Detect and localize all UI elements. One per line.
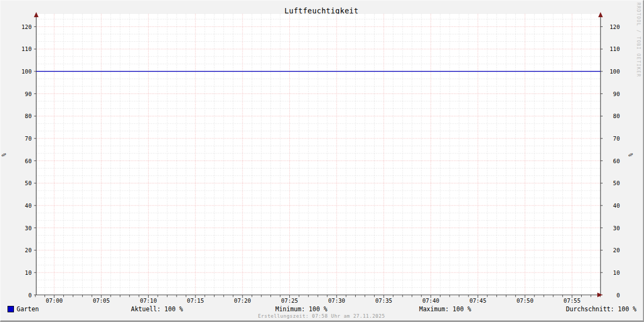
y-axis-label-right: 10	[607, 269, 620, 276]
legend-row: Garten Aktuell: 100 % Minimum: 100 % Max…	[1, 305, 644, 313]
y-axis-label-right: 70	[607, 135, 620, 142]
y-axis-label-left: 60	[1, 158, 32, 164]
y-axis-label-left: 30	[1, 225, 32, 231]
x-axis-label: 07:15	[179, 297, 211, 304]
y-axis-unit-right: %	[628, 153, 634, 156]
chart-title: Luftfeuchtigkeit	[1, 6, 642, 15]
y-axis-label-right: 80	[607, 113, 620, 119]
y-axis-label-left: 20	[1, 247, 32, 253]
x-axis-label: 07:30	[320, 297, 353, 304]
x-axis-label: 07:25	[274, 297, 306, 304]
series-label: Garten	[17, 305, 39, 313]
y-axis-label-left: 120	[1, 24, 32, 30]
plot-area	[1, 1, 644, 322]
y-axis-label-left: 70	[1, 135, 32, 142]
rrdtool-graph: Luftfeuchtigkeit RRDTOOL / TOBI OETIKER …	[0, 0, 644, 322]
x-axis-label: 07:05	[85, 297, 118, 304]
y-axis-label-right: 20	[607, 247, 620, 253]
series-color-swatch	[8, 306, 14, 312]
y-axis-label-left: 10	[1, 269, 32, 276]
y-axis-label-left: 40	[1, 202, 32, 209]
rrdtool-watermark: RRDTOOL / TOBI OETIKER	[636, 3, 641, 77]
x-axis-label: 07:35	[368, 297, 400, 304]
chart-canvas	[1, 1, 644, 322]
y-axis-label-right: 90	[607, 91, 620, 97]
y-axis-label-left: 90	[1, 91, 32, 97]
y-axis-label-right: 30	[607, 225, 620, 231]
x-axis-label: 07:50	[509, 297, 541, 304]
y-axis-label-right: 110	[607, 46, 620, 52]
x-axis-label: 07:00	[38, 297, 70, 304]
x-axis-label: 07:40	[415, 297, 447, 304]
axis-labels: 0010102020303040405050606070708080909010…	[1, 1, 644, 322]
y-axis-label-right: 50	[607, 180, 620, 186]
y-axis-unit-left: %	[1, 153, 7, 156]
x-axis-label: 07:55	[556, 297, 588, 304]
y-axis-label-right: 60	[607, 158, 620, 164]
stat-minimum: Minimum: 100 %	[275, 305, 327, 313]
stat-aktuell: Aktuell: 100 %	[131, 305, 183, 313]
x-axis-label: 07:20	[226, 297, 259, 304]
y-axis-label-left: 50	[1, 180, 32, 186]
y-axis-label-left: 0	[1, 292, 32, 298]
stat-durchschnitt: Durchschnitt: 100 %	[566, 305, 636, 313]
y-axis-label-left: 100	[1, 68, 32, 75]
y-axis-label-right: 0	[607, 292, 620, 298]
y-axis-label-left: 80	[1, 113, 32, 119]
x-axis-label: 07:45	[462, 297, 494, 304]
y-axis-label-right: 120	[607, 24, 620, 30]
x-axis-label: 07:10	[132, 297, 164, 304]
y-axis-label-right: 100	[607, 68, 620, 75]
y-axis-label-left: 110	[1, 46, 32, 52]
y-axis-label-right: 40	[607, 202, 620, 209]
creation-timestamp: Erstellungszeit: 07:58 Uhr am 27.11.2025	[1, 313, 642, 319]
stat-maximum: Maximum: 100 %	[419, 305, 471, 313]
